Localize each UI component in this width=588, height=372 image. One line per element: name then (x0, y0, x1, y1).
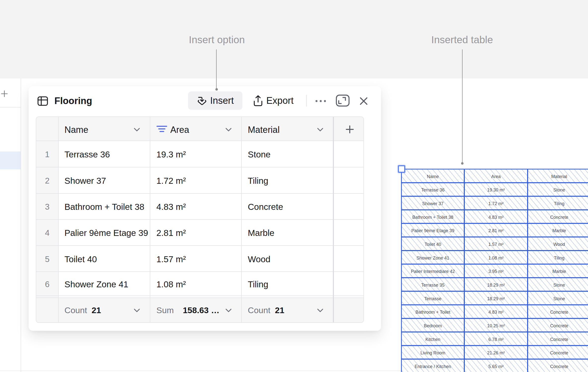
svg-text:Palier Intermediare 42: Palier Intermediare 42 (411, 269, 455, 274)
svg-text:1.57 m²: 1.57 m² (488, 242, 504, 247)
svg-text:5.65 m²: 5.65 m² (488, 364, 504, 369)
svg-text:Stone: Stone (553, 187, 565, 192)
svg-text:Marble: Marble (552, 269, 566, 274)
svg-text:21.26 m²: 21.26 m² (487, 350, 505, 355)
svg-text:Terrasse 35: Terrasse 35 (421, 283, 444, 288)
svg-text:Shower Zone 41: Shower Zone 41 (416, 256, 449, 260)
svg-text:18.29 m²: 18.29 m² (487, 283, 505, 288)
svg-text:Wood: Wood (553, 242, 565, 247)
svg-text:4.83 m²: 4.83 m² (488, 215, 504, 220)
svg-text:Concrete: Concrete (550, 350, 568, 355)
svg-text:Palier 9ème Etage 39: Palier 9ème Etage 39 (411, 228, 454, 233)
svg-text:19.30 m²: 19.30 m² (487, 187, 505, 192)
svg-text:1.08 m²: 1.08 m² (488, 256, 504, 260)
svg-text:Entrance / Kitchen: Entrance / Kitchen (415, 364, 451, 369)
svg-text:Area: Area (491, 174, 501, 179)
svg-text:Kitchen: Kitchen (425, 337, 440, 342)
svg-text:Shower 37: Shower 37 (422, 201, 443, 206)
svg-text:Tiling: Tiling (554, 256, 564, 260)
svg-text:4.83 m²: 4.83 m² (488, 310, 504, 315)
svg-text:Tiling: Tiling (554, 201, 564, 206)
svg-text:Marble: Marble (552, 228, 566, 233)
svg-text:6.78 m²: 6.78 m² (488, 337, 504, 342)
svg-text:Concrete: Concrete (550, 215, 568, 220)
svg-text:3.95 m²: 3.95 m² (488, 269, 504, 274)
svg-text:Toilet 40: Toilet 40 (425, 242, 441, 247)
svg-text:Living Room: Living Room (420, 350, 445, 355)
svg-text:Stone: Stone (553, 296, 565, 301)
svg-text:Bathroom + Toilet 38: Bathroom + Toilet 38 (412, 215, 453, 220)
svg-text:Stone: Stone (553, 283, 565, 288)
svg-text:2.81 m²: 2.81 m² (488, 228, 504, 233)
svg-text:18.29 m²: 18.29 m² (487, 296, 505, 301)
svg-text:Bathroom + Toilet: Bathroom + Toilet (415, 310, 450, 315)
svg-text:1.72 m²: 1.72 m² (488, 201, 504, 206)
svg-text:Terrasse 36: Terrasse 36 (421, 187, 444, 192)
svg-text:Concrete: Concrete (550, 364, 568, 369)
svg-text:Concrete: Concrete (550, 323, 568, 328)
svg-text:Concrete: Concrete (550, 310, 568, 315)
svg-text:Terrasse: Terrasse (424, 296, 441, 301)
svg-text:10.25 m²: 10.25 m² (487, 323, 505, 328)
svg-text:Concrete: Concrete (550, 337, 568, 342)
svg-text:Name: Name (427, 174, 439, 179)
svg-text:Bedroom: Bedroom (424, 323, 442, 328)
svg-text:Material: Material (551, 174, 567, 179)
